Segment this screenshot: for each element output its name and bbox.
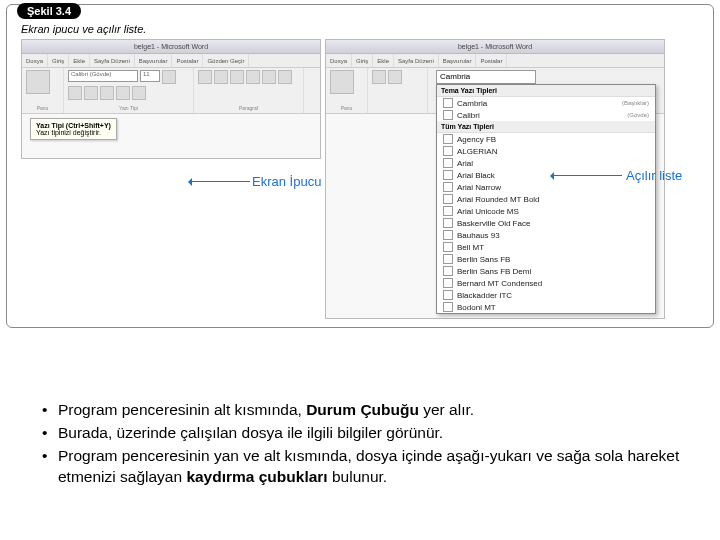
italic-icon[interactable] xyxy=(68,86,82,100)
size-combo[interactable]: 11 xyxy=(140,70,160,82)
screenshot-tooltip: belge1 - Microsoft Word Dosya Giriş Ekle… xyxy=(21,39,321,159)
bullet-list: Program penceresinin alt kısmında, Durum… xyxy=(40,400,690,490)
arrow-icon xyxy=(552,175,622,176)
bullets-icon[interactable] xyxy=(198,70,212,84)
list-item[interactable]: Bernard MT Condensed xyxy=(437,277,655,289)
list-item[interactable]: Arial Rounded MT Bold xyxy=(437,193,655,205)
window-title: belge1 - Microsoft Word xyxy=(22,40,320,54)
window-title: belge1 - Microsoft Word xyxy=(326,40,664,54)
list-item[interactable]: Arial Unicode MS xyxy=(437,205,655,217)
list-item[interactable]: Bauhaus 93 xyxy=(437,229,655,241)
list-item[interactable]: Blackadder ITC xyxy=(437,289,655,301)
align-right-icon[interactable] xyxy=(278,70,292,84)
tab[interactable]: Postalar xyxy=(476,54,507,67)
tab[interactable]: Başvurular xyxy=(135,54,173,67)
ribbon: Pano Calibri (Gövde) 11 Yazı Tipi xyxy=(22,68,320,114)
ribbon-tabs: Dosya Giriş Ekle Sayfa Düzeni Başvurular… xyxy=(326,54,664,68)
tab[interactable]: Dosya xyxy=(326,54,352,67)
arrow-icon xyxy=(190,181,250,182)
tab[interactable]: Ekle xyxy=(69,54,90,67)
paste-icon[interactable] xyxy=(330,70,354,94)
tab[interactable]: Sayfa Düzeni xyxy=(90,54,135,67)
group-label: Yazı Tipi xyxy=(68,105,189,111)
list-item[interactable]: Bodoni MT xyxy=(437,301,655,313)
list-item: Program penceresinin alt kısmında, Durum… xyxy=(40,400,690,421)
italic-icon[interactable] xyxy=(388,70,402,84)
figure-caption: Ekran ipucu ve açılır liste. xyxy=(21,23,713,35)
tab[interactable]: Giriş xyxy=(352,54,373,67)
screen-tooltip: Yazı Tipi (Ctrl+Shift+Y) Yazı tipinizi d… xyxy=(30,118,117,140)
group-label: Pano xyxy=(26,105,59,111)
indent-icon[interactable] xyxy=(230,70,244,84)
list-header: Tema Yazı Tipleri xyxy=(437,85,655,97)
tooltip-title: Yazı Tipi (Ctrl+Shift+Y) xyxy=(36,122,111,129)
tab[interactable]: Sayfa Düzeni xyxy=(394,54,439,67)
numbering-icon[interactable] xyxy=(214,70,228,84)
callout-label: Açılır liste xyxy=(626,168,682,183)
strike-icon[interactable] xyxy=(100,86,114,100)
list-item[interactable]: Agency FB xyxy=(437,133,655,145)
font-dropdown-list[interactable]: Tema Yazı Tipleri Cambria(Başlıklar) Cal… xyxy=(436,84,656,314)
group-label: Paragraf xyxy=(198,105,299,111)
highlight-icon[interactable] xyxy=(116,86,130,100)
callout-label: Ekran İpucu xyxy=(252,174,321,189)
tab[interactable]: Başvurular xyxy=(439,54,477,67)
list-header: Tüm Yazı Tipleri xyxy=(437,121,655,133)
figure-badge: Şekil 3.4 xyxy=(17,3,81,19)
align-center-icon[interactable] xyxy=(262,70,276,84)
font-combo[interactable]: Calibri (Gövde) xyxy=(68,70,138,82)
list-item[interactable]: ALGERIAN xyxy=(437,145,655,157)
tab[interactable]: Postalar xyxy=(172,54,203,67)
tab[interactable]: Dosya xyxy=(22,54,48,67)
bold-icon[interactable] xyxy=(162,70,176,84)
list-item[interactable]: Berlin Sans FB Demi xyxy=(437,265,655,277)
list-item[interactable]: Berlin Sans FB xyxy=(437,253,655,265)
ribbon-tabs: Dosya Giriş Ekle Sayfa Düzeni Başvurular… xyxy=(22,54,320,68)
tab[interactable]: Ekle xyxy=(373,54,394,67)
list-item[interactable]: Baskerville Old Face xyxy=(437,217,655,229)
list-item[interactable]: Bell MT xyxy=(437,241,655,253)
group-label: Pano xyxy=(330,105,363,111)
align-left-icon[interactable] xyxy=(246,70,260,84)
paste-icon[interactable] xyxy=(26,70,50,94)
list-item: Program penceresinin yan ve alt kısmında… xyxy=(40,446,690,488)
font-color-icon[interactable] xyxy=(132,86,146,100)
tooltip-body: Yazı tipinizi değiştirir. xyxy=(36,129,111,136)
tab[interactable]: Gözden Geçir xyxy=(203,54,249,67)
tab[interactable]: Giriş xyxy=(48,54,69,67)
list-item[interactable]: Calibri(Gövde) xyxy=(437,109,655,121)
font-combo-open[interactable]: Cambria xyxy=(436,70,536,84)
underline-icon[interactable] xyxy=(84,86,98,100)
callout-tooltip: Ekran İpucu xyxy=(190,174,325,189)
figure-container: Şekil 3.4 Ekran ipucu ve açılır liste. b… xyxy=(6,4,714,328)
list-item: Burada, üzerinde çalışılan dosya ile ilg… xyxy=(40,423,690,444)
bold-icon[interactable] xyxy=(372,70,386,84)
list-item[interactable]: Cambria(Başlıklar) xyxy=(437,97,655,109)
callout-dropdown: Açılır liste xyxy=(552,168,682,183)
list-item[interactable]: Bodoni MT Black xyxy=(437,313,655,314)
